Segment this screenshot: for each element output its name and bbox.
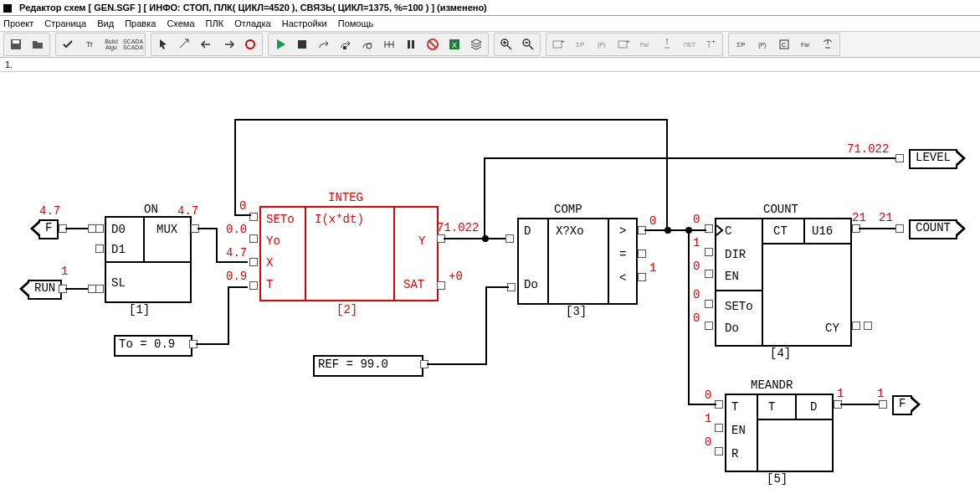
blk4-id: [4] xyxy=(770,347,791,360)
btn-db6[interactable] xyxy=(657,34,677,54)
block-mux[interactable]: D0 D1 SL MUX xyxy=(105,216,192,303)
svg-text:{P}: {P} xyxy=(758,42,767,49)
svg-point-20 xyxy=(666,39,668,40)
btn-build-algo[interactable]: BuildAlgo xyxy=(101,34,121,54)
block-integ[interactable]: SETo Yo X T I(x*dt) Y SAT xyxy=(259,206,439,301)
btn-zoom-in[interactable] xyxy=(496,34,516,54)
tag-f-in[interactable]: F xyxy=(38,219,59,239)
svg-text:+: + xyxy=(712,39,716,44)
svg-text:T: T xyxy=(706,40,711,49)
btn-db4[interactable]: + xyxy=(613,34,634,54)
svg-rect-1 xyxy=(13,40,19,44)
btn-db7[interactable]: ΠET xyxy=(679,34,699,54)
page-tab[interactable]: 1. xyxy=(0,58,980,72)
btn-g4[interactable]: Far xyxy=(796,34,816,54)
svg-rect-3 xyxy=(298,40,306,49)
btn-play[interactable] xyxy=(270,34,290,54)
btn-wire[interactable] xyxy=(175,34,195,54)
svg-text:ΣP: ΣP xyxy=(736,41,745,49)
btn-redo[interactable] xyxy=(218,34,239,54)
val-run-in: 1 xyxy=(61,265,68,278)
menubar: Проект Страница Вид Правка Схема ПЛК Отл… xyxy=(0,16,980,32)
btn-db8[interactable]: T+ xyxy=(700,34,721,54)
btn-tr[interactable]: Tr xyxy=(80,34,100,54)
svg-text:ΣP: ΣP xyxy=(576,41,584,49)
blk1-title: ON xyxy=(144,203,158,216)
blk4-title: COUNT xyxy=(763,203,798,216)
blk2-title: INTEG xyxy=(328,191,363,204)
app-icon xyxy=(3,4,12,13)
svg-rect-17 xyxy=(618,41,627,48)
btn-g1[interactable]: ΣP xyxy=(731,34,751,54)
btn-stop[interactable] xyxy=(292,34,312,54)
btn-db1[interactable]: + xyxy=(548,34,568,54)
tag-f-out[interactable]: F xyxy=(892,395,912,415)
svg-text:Far: Far xyxy=(801,42,810,48)
btn-zoom-out[interactable] xyxy=(518,34,538,54)
svg-text:C: C xyxy=(782,42,786,48)
blk2-id: [2] xyxy=(336,303,357,316)
toolbar: Tr BuildAlgo SCADASCADA X + ΣP {P} + Far… xyxy=(0,32,980,58)
const-to[interactable]: To = 0.9 xyxy=(114,335,192,357)
window-title: Редактор схем [ GEN.SGF ] [ ИНФО: СТОП, … xyxy=(19,3,487,13)
btn-step4[interactable] xyxy=(379,34,399,54)
const-ref[interactable]: REF = 99.0 xyxy=(313,355,423,377)
btn-scada[interactable]: SCADASCADA xyxy=(123,34,143,54)
btn-cursor[interactable] xyxy=(153,34,173,54)
btn-layers[interactable] xyxy=(466,34,486,54)
svg-text:Far: Far xyxy=(640,42,649,48)
blk3-title: COMP xyxy=(554,203,582,216)
svg-rect-6 xyxy=(408,40,410,49)
btn-g5[interactable] xyxy=(818,34,838,54)
block-count[interactable]: C DIR EN SETo Do CT U16 CY xyxy=(715,218,852,347)
btn-cancel[interactable] xyxy=(423,34,443,54)
svg-point-5 xyxy=(367,44,372,49)
btn-record[interactable] xyxy=(240,34,260,54)
btn-save[interactable] xyxy=(6,34,26,54)
titlebar: Редактор схем [ GEN.SGF ] [ ИНФО: СТОП, … xyxy=(0,0,980,16)
svg-text:X: X xyxy=(452,41,457,49)
svg-text:{P}: {P} xyxy=(598,42,606,49)
menu-plc[interactable]: ПЛК xyxy=(206,18,224,28)
btn-step1[interactable] xyxy=(314,34,334,54)
menu-settings[interactable]: Настройки xyxy=(282,18,327,28)
blk1-id: [1] xyxy=(129,303,150,316)
menu-view[interactable]: Вид xyxy=(97,18,114,28)
menu-debug[interactable]: Отладка xyxy=(234,18,270,28)
svg-text:ΠET: ΠET xyxy=(684,42,695,48)
blk3-id: [3] xyxy=(566,305,587,318)
canvas[interactable]: F 4.7 RUN 1 ON D0 D1 SL MUX [1] 4.7 To =… xyxy=(0,72,980,494)
block-meandr[interactable]: T EN R T D xyxy=(725,394,834,472)
block-comp[interactable]: D Do X?Xo > = < xyxy=(517,218,638,305)
menu-project[interactable]: Проект xyxy=(3,18,33,28)
val-f-in: 4.7 xyxy=(39,204,60,218)
btn-excel[interactable]: X xyxy=(444,34,464,54)
tag-run-in[interactable]: RUN xyxy=(28,280,62,300)
btn-open[interactable] xyxy=(28,34,48,54)
btn-g2[interactable]: {P} xyxy=(752,34,772,54)
svg-text:+: + xyxy=(627,39,630,44)
tag-count-out[interactable]: COUNT xyxy=(909,219,957,239)
menu-help[interactable]: Помощь xyxy=(338,18,374,28)
btn-db3[interactable]: {P} xyxy=(592,34,612,54)
svg-rect-13 xyxy=(553,41,562,48)
btn-db2[interactable]: ΣP xyxy=(570,34,590,54)
btn-g3[interactable]: C xyxy=(774,34,794,54)
btn-check[interactable] xyxy=(58,34,78,54)
svg-rect-4 xyxy=(343,46,346,49)
tag-level-out[interactable]: LEVEL xyxy=(909,149,957,169)
btn-db5[interactable]: Far xyxy=(635,34,655,54)
svg-point-2 xyxy=(246,40,254,49)
btn-step2[interactable] xyxy=(336,34,356,54)
menu-edit[interactable]: Правка xyxy=(125,18,156,28)
btn-step3[interactable] xyxy=(357,34,377,54)
menu-scheme[interactable]: Схема xyxy=(167,18,194,28)
blk5-id: [5] xyxy=(767,472,788,486)
blk5-title: MEANDR xyxy=(751,378,793,392)
menu-page[interactable]: Страница xyxy=(44,18,86,28)
btn-undo[interactable] xyxy=(197,34,217,54)
svg-text:+: + xyxy=(562,39,565,44)
svg-rect-7 xyxy=(412,40,414,49)
btn-pause[interactable] xyxy=(401,34,421,54)
